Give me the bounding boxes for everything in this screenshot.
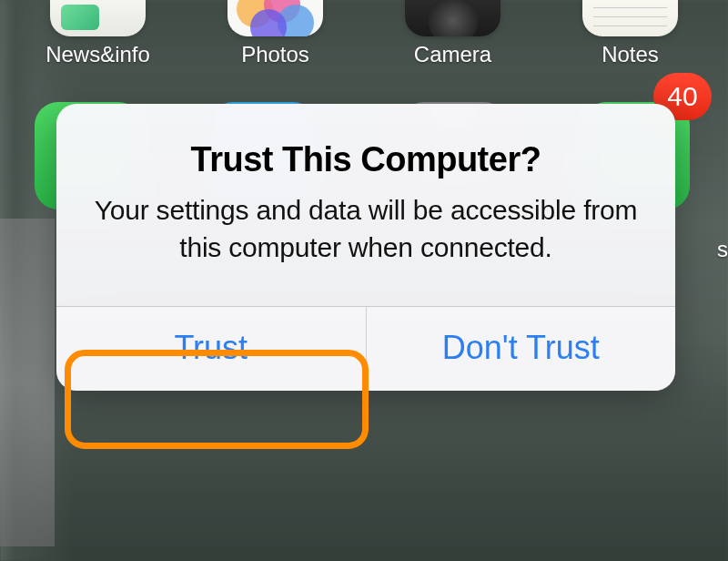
trust-button[interactable]: Trust xyxy=(56,307,366,391)
alert-overlay: Trust This Computer? Your settings and d… xyxy=(0,0,728,561)
trust-computer-alert: Trust This Computer? Your settings and d… xyxy=(56,104,675,391)
dont-trust-button[interactable]: Don't Trust xyxy=(366,307,676,391)
alert-title: Trust This Computer? xyxy=(84,140,648,179)
alert-body: Trust This Computer? Your settings and d… xyxy=(56,104,675,306)
alert-message: Your settings and data will be accessibl… xyxy=(84,192,648,266)
alert-button-row: Trust Don't Trust xyxy=(56,306,675,391)
